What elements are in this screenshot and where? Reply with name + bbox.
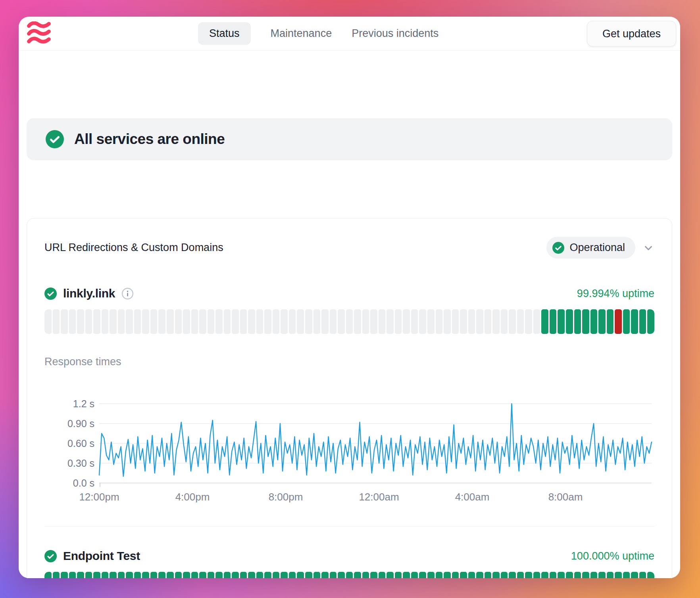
uptime-bar-empty[interactable] <box>379 309 386 334</box>
uptime-bar-empty[interactable] <box>44 309 52 334</box>
linkly-logo-icon[interactable] <box>27 21 51 46</box>
uptime-bar-up[interactable] <box>492 572 500 578</box>
uptime-bar-empty[interactable] <box>167 309 174 334</box>
uptime-bar-empty[interactable] <box>346 309 353 334</box>
uptime-bar-up[interactable] <box>623 572 630 578</box>
uptime-bar-empty[interactable] <box>215 309 223 334</box>
uptime-bar-up[interactable] <box>444 572 451 578</box>
uptime-bar-up[interactable] <box>102 572 109 578</box>
uptime-bar-up[interactable] <box>485 572 492 578</box>
uptime-bar-up[interactable] <box>134 572 141 578</box>
uptime-bar-up[interactable] <box>175 572 182 578</box>
uptime-bar-empty[interactable] <box>387 309 394 334</box>
uptime-bar-up[interactable] <box>550 572 557 578</box>
uptime-bar-up[interactable] <box>419 572 426 578</box>
uptime-bar-up[interactable] <box>305 572 312 578</box>
uptime-bar-empty[interactable] <box>224 309 231 334</box>
uptime-bar-empty[interactable] <box>273 309 280 334</box>
uptime-bar-up[interactable] <box>77 572 84 578</box>
uptime-bar-empty[interactable] <box>362 309 369 334</box>
uptime-bar-empty[interactable] <box>264 309 271 334</box>
uptime-bar-up[interactable] <box>647 309 654 334</box>
uptime-bar-up[interactable] <box>574 572 581 578</box>
uptime-bar-up[interactable] <box>566 572 573 578</box>
uptime-bar-up[interactable] <box>395 572 402 578</box>
uptime-bar-empty[interactable] <box>533 309 540 334</box>
uptime-bar-empty[interactable] <box>305 309 312 334</box>
uptime-bar-empty[interactable] <box>248 309 255 334</box>
uptime-bar-up[interactable] <box>330 572 337 578</box>
uptime-bar-up[interactable] <box>558 572 565 578</box>
uptime-bar-empty[interactable] <box>501 309 508 334</box>
info-icon[interactable] <box>121 288 134 300</box>
uptime-bar-empty[interactable] <box>411 309 418 334</box>
uptime-bar-up[interactable] <box>517 572 524 578</box>
uptime-bar-up[interactable] <box>208 572 215 578</box>
uptime-bar-up[interactable] <box>61 572 68 578</box>
tab-status[interactable]: Status <box>198 22 251 45</box>
uptime-bar-up[interactable] <box>297 572 304 578</box>
uptime-bar-empty[interactable] <box>395 309 402 334</box>
uptime-bar-up[interactable] <box>53 572 60 578</box>
uptime-bar-up[interactable] <box>256 572 263 578</box>
uptime-bar-empty[interactable] <box>256 309 263 334</box>
uptime-bar-up[interactable] <box>574 309 581 334</box>
uptime-bar-up[interactable] <box>476 572 483 578</box>
uptime-bar-up[interactable] <box>321 572 329 578</box>
uptime-bar-up[interactable] <box>525 572 532 578</box>
uptime-bar-up[interactable] <box>362 572 369 578</box>
uptime-bar-up[interactable] <box>240 572 247 578</box>
uptime-bar-up[interactable] <box>215 572 223 578</box>
uptime-bar-up[interactable] <box>631 572 638 578</box>
uptime-bar-empty[interactable] <box>354 309 361 334</box>
uptime-bar-up[interactable] <box>346 572 353 578</box>
uptime-bar-up[interactable] <box>582 309 589 334</box>
uptime-bar-empty[interactable] <box>321 309 329 334</box>
uptime-bar-up[interactable] <box>403 572 410 578</box>
uptime-bar-empty[interactable] <box>102 309 109 334</box>
uptime-bar-empty[interactable] <box>476 309 483 334</box>
uptime-bar-up[interactable] <box>631 309 638 334</box>
get-updates-button[interactable]: Get updates <box>587 21 676 46</box>
uptime-bar-up[interactable] <box>183 572 190 578</box>
uptime-bar-up[interactable] <box>460 572 467 578</box>
uptime-bar-up[interactable] <box>590 572 598 578</box>
uptime-bar-empty[interactable] <box>485 309 492 334</box>
uptime-bar-up[interactable] <box>607 309 614 334</box>
uptime-bar-up[interactable] <box>615 572 622 578</box>
uptime-bar-empty[interactable] <box>150 309 158 334</box>
uptime-bar-up[interactable] <box>468 572 475 578</box>
uptime-bar-up[interactable] <box>118 572 125 578</box>
uptime-bar-empty[interactable] <box>281 309 288 334</box>
uptime-bar-empty[interactable] <box>289 309 296 334</box>
uptime-bar-up[interactable] <box>509 572 516 578</box>
uptime-bar-empty[interactable] <box>208 309 215 334</box>
uptime-bar-empty[interactable] <box>452 309 459 334</box>
uptime-bar-up[interactable] <box>281 572 288 578</box>
uptime-bar-up[interactable] <box>623 309 630 334</box>
uptime-bar-up[interactable] <box>370 572 377 578</box>
uptime-bar-empty[interactable] <box>142 309 149 334</box>
uptime-bar-down[interactable] <box>615 309 622 334</box>
uptime-bar-empty[interactable] <box>313 309 321 334</box>
uptime-bar-empty[interactable] <box>93 309 100 334</box>
uptime-bar-up[interactable] <box>647 572 654 578</box>
uptime-bar-empty[interactable] <box>158 309 165 334</box>
tab-previous-incidents[interactable]: Previous incidents <box>352 27 438 40</box>
uptime-bar-empty[interactable] <box>419 309 426 334</box>
uptime-bar-empty[interactable] <box>330 309 337 334</box>
uptime-bar-up[interactable] <box>379 572 386 578</box>
uptime-bar-up[interactable] <box>436 572 443 578</box>
uptime-bar-up[interactable] <box>639 309 646 334</box>
uptime-bar-empty[interactable] <box>191 309 198 334</box>
uptime-bar-up[interactable] <box>541 572 548 578</box>
uptime-bar-empty[interactable] <box>53 309 60 334</box>
uptime-bar-up[interactable] <box>387 572 394 578</box>
uptime-bar-up[interactable] <box>126 572 133 578</box>
uptime-bar-up[interactable] <box>590 309 598 334</box>
uptime-bar-up[interactable] <box>427 572 435 578</box>
uptime-bar-up[interactable] <box>69 572 76 578</box>
uptime-bar-empty[interactable] <box>240 309 247 334</box>
uptime-bar-up[interactable] <box>452 572 459 578</box>
uptime-bar-up[interactable] <box>232 572 239 578</box>
